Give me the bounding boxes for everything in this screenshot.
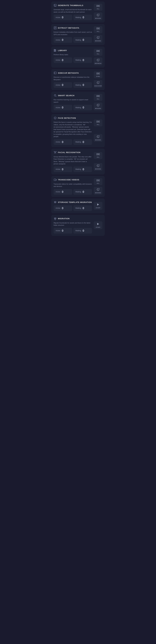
infinity-icon [96,72,100,75]
face-icon [54,116,57,120]
active-count: 0 [62,38,64,42]
job-description: Migrate thumbnails for assets and faces … [54,222,92,226]
job-actions: START [92,201,102,211]
sidecar-icon [54,71,57,74]
job-actions: ALL MISSING [92,178,102,195]
active-stat: Active 0 [54,228,72,234]
missing-icon [97,188,100,192]
job-stats: Active 0 Waiting 0 [54,57,92,63]
action-label: MISSING [95,18,101,19]
job-title: LIBRARY [58,50,67,52]
action-btn-start-migration[interactable]: START [94,222,102,229]
search-icon [54,94,57,97]
metadata-icon [54,26,57,30]
waiting-stat: Waiting 0 [74,82,92,88]
action-btn-missing-transcode-videos[interactable]: MISSING [94,187,102,195]
active-stat: Active 0 [54,105,72,110]
job-title: MIGRATION [58,218,70,220]
job-title: STORAGE TEMPLATE MIGRATION [58,201,92,203]
job-header: FACE DETECTION [54,116,92,120]
waiting-stat: Waiting 0 [74,105,92,110]
library-icon [54,49,57,52]
waiting-label: Waiting [76,39,81,41]
svg-rect-12 [55,50,55,52]
waiting-stat: Waiting 0 [74,139,92,145]
action-btn-all-face-detection[interactable]: ALL [94,120,102,126]
action-btn-missing-smart-search[interactable]: MISSING [94,102,102,110]
active-stat: Active 0 [54,206,72,211]
action-label: SYNC [96,76,100,77]
job-stats: Active 0 Waiting 0 [54,14,92,20]
waiting-label: Waiting [76,207,81,209]
active-stat: Active 0 [54,139,72,145]
job-card-generate-thumbnails: GENERATE THUMBNAILS Generate large, smal… [51,2,105,22]
waiting-count: 0 [82,206,84,210]
job-stats: Active 0 Waiting 0 [54,82,92,88]
job-card-storage-template-migration: STORAGE TEMPLATE MIGRATION Active 0 Wait… [51,198,105,213]
active-stat: Active 0 [54,14,72,20]
storage-icon [54,201,57,204]
action-btn-all-library[interactable]: ALL [94,49,102,56]
action-btn-missing-generate-thumbnails[interactable]: MISSING [94,12,102,20]
job-actions: ALL MISSING [92,26,102,43]
missing-icon [97,36,100,40]
action-btn-start-storage-template-migration[interactable]: START [94,202,102,210]
job-actions: ALL REFRESH [92,49,102,65]
play-icon [97,203,100,206]
job-header: MIGRATION [54,217,92,220]
job-card-migration: MIGRATION Migrate thumbnails for assets … [51,215,105,236]
missing-icon [97,14,100,17]
waiting-stat: Waiting 0 [74,57,92,63]
action-btn-missing-facial-recognition[interactable]: MISSING [94,163,102,171]
active-label: Active [56,39,60,41]
job-header: SIDECAR METADATA [54,71,92,74]
active-count: 0 [62,168,64,171]
job-card-library: LIBRARY Perform library tasks Active 0 W… [51,46,105,68]
job-title: GENERATE THUMBNAILS [58,4,83,6]
active-count: 0 [62,206,64,210]
waiting-count: 0 [82,83,84,87]
job-stats: Active 0 Waiting 0 [54,189,92,195]
job-description: Perform library tasks [54,54,92,56]
job-header: FACIAL RECOGNITION [54,151,92,154]
action-btn-missing-extract-metadata[interactable]: MISSING [94,35,102,43]
waiting-label: Waiting [76,106,81,108]
action-label: START [96,226,100,228]
job-description: Detect the faces in assets using machine… [54,121,92,138]
waiting-stat: Waiting 0 [74,166,92,172]
action-btn-sync-sidecar-metadata[interactable]: SYNC [94,71,102,78]
action-btn-all-facial-recognition[interactable]: ALL [94,152,102,159]
svg-point-19 [98,83,98,83]
active-label: Active [56,16,60,18]
action-btn-missing-face-detection[interactable]: MISSING [94,134,102,142]
waiting-stat: Waiting 0 [74,14,92,20]
migration-icon [54,217,57,220]
job-actions: ALL MISSING [92,116,102,145]
job-actions: ALL MISSING [92,4,102,20]
active-count: 0 [62,229,64,232]
action-btn-all-smart-search[interactable]: ALL [94,94,102,101]
action-btn-all-generate-thumbnails[interactable]: ALL [94,4,102,11]
waiting-label: Waiting [76,84,81,86]
svg-rect-13 [56,50,56,52]
missing-icon [97,104,100,107]
svg-point-35 [98,166,98,166]
action-btn-all-transcode-videos[interactable]: ALL [94,178,102,185]
job-title: SIDECAR METADATA [58,72,79,74]
svg-rect-32 [54,151,55,152]
action-btn-refresh-library[interactable]: REFRESH [94,58,102,65]
active-stat: Active 0 [54,189,72,195]
action-btn-discover-sidecar-metadata[interactable]: DISCOVER [94,80,102,88]
play-icon [97,222,100,226]
action-label: MISSING [95,192,101,194]
action-label: DISCOVER [94,85,102,87]
active-label: Active [56,191,60,193]
job-main: TRANSCODE VIDEOS Transcode videos for wi… [54,178,92,195]
action-btn-all-extract-metadata[interactable]: ALL [94,26,102,33]
svg-rect-11 [54,50,54,52]
svg-point-24 [54,117,56,119]
job-card-sidecar-metadata: SIDECAR METADATA Discover or synchronize… [51,69,105,90]
active-count: 0 [62,16,64,19]
svg-rect-0 [54,4,56,6]
active-count: 0 [62,190,64,194]
